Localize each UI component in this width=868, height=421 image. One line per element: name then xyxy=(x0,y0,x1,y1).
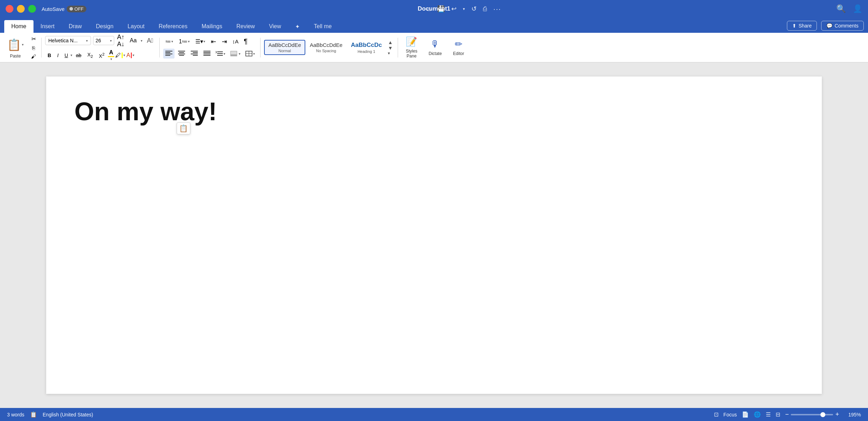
decrease-indent-button[interactable]: ⇤ xyxy=(209,37,218,47)
titlebar-right: 🔍 👤 xyxy=(836,4,862,13)
case-dropdown-arrow: ▾ xyxy=(141,39,142,43)
zoom-level[interactable]: 195% xyxy=(844,412,861,417)
clear-formatting-button[interactable]: A⃝ xyxy=(145,36,156,45)
dictate-label: Dictate xyxy=(429,51,442,56)
sort-button[interactable]: ↕A xyxy=(231,37,240,45)
superscript-button[interactable]: X2 xyxy=(97,51,107,60)
case-group: Aa ▾ xyxy=(127,36,142,45)
editor-button[interactable]: ✏ Editor xyxy=(449,37,468,57)
undo-dropdown-icon[interactable]: ▾ xyxy=(463,7,465,11)
svg-rect-21 xyxy=(231,55,237,56)
paragraph-group: ≔ ▾ 1≔ ▾ ☰▾ ▾ ⇤ ⇥ ↕A ¶ xyxy=(163,36,257,59)
more-icon[interactable]: ··· xyxy=(493,5,501,13)
style-no-spacing[interactable]: AaBbCcDdEe No Spacing xyxy=(306,40,347,55)
font-name-selector[interactable]: Helvetica N... ▾ xyxy=(45,36,91,45)
tab-review[interactable]: Review xyxy=(229,20,262,33)
font-decrease-button[interactable]: A↓ xyxy=(116,41,125,47)
tab-tell-me[interactable]: Tell me xyxy=(307,20,339,33)
tab-lightbulb[interactable]: ✦ xyxy=(288,20,307,33)
status-bar-left: 3 words 📋 English (United States) xyxy=(7,411,93,418)
focus-icon[interactable]: ⊡ xyxy=(714,411,719,418)
document-page[interactable]: On my way! 📋 xyxy=(46,77,822,394)
tab-insert[interactable]: Insert xyxy=(33,20,62,33)
divider-3 xyxy=(260,38,261,57)
line-spacing-button[interactable]: ▾ xyxy=(214,50,227,57)
increase-indent-button[interactable]: ⇥ xyxy=(220,37,229,47)
word-count[interactable]: 3 words xyxy=(7,412,24,417)
zoom-thumb[interactable] xyxy=(820,412,825,417)
accessibility-icon[interactable]: 📋 xyxy=(30,411,37,418)
align-center-button[interactable] xyxy=(176,49,187,59)
style-heading1[interactable]: AaBbCcDc Heading 1 xyxy=(347,40,386,55)
styles-gallery: AaBbCcDdEe Normal AaBbCcDdEe No Spacing … xyxy=(264,38,394,57)
redo-icon[interactable]: ↺ xyxy=(471,5,477,13)
tab-design[interactable]: Design xyxy=(89,20,121,33)
close-button[interactable] xyxy=(6,5,13,13)
align-right-button[interactable] xyxy=(189,49,200,59)
borders-button[interactable]: ▾ xyxy=(244,50,257,57)
highlight-button[interactable]: 🖊 ▾ xyxy=(115,52,125,59)
zoom-track[interactable] xyxy=(791,414,833,415)
tab-mailings[interactable]: Mailings xyxy=(195,20,230,33)
print-icon[interactable]: ⎙ xyxy=(483,5,487,13)
status-bar: 3 words 📋 English (United States) ⊡ Focu… xyxy=(0,408,868,421)
minimize-button[interactable] xyxy=(17,5,25,13)
font-size-selector[interactable]: 26 ▾ xyxy=(93,36,114,45)
styles-pane-label: StylesPane xyxy=(406,49,417,59)
italic-button[interactable]: I xyxy=(55,51,61,59)
paste-button[interactable]: 📋 ▾ xyxy=(6,37,25,53)
numbering-button[interactable]: 1≔ ▾ xyxy=(177,37,192,46)
fontsize-dropdown-arrow: ▾ xyxy=(110,39,112,43)
text-color-button[interactable]: A ▾ xyxy=(126,52,134,59)
bold-button[interactable]: B xyxy=(45,51,54,59)
zoom-minus-button[interactable]: − xyxy=(785,411,789,418)
editor-icon: ✏ xyxy=(455,39,463,50)
copy-icon[interactable]: ⎘ xyxy=(31,44,36,51)
underline-dropdown[interactable]: ▾ xyxy=(71,53,72,57)
cut-icon[interactable]: ✂ xyxy=(30,35,37,43)
zoom-plus-button[interactable]: + xyxy=(835,411,839,418)
bullets-button[interactable]: ≔ ▾ xyxy=(163,37,175,46)
multilevel-list-button[interactable]: ☰▾ ▾ xyxy=(193,37,207,46)
language[interactable]: English (United States) xyxy=(43,412,93,417)
outline-view-icon[interactable]: ⊟ xyxy=(776,411,780,418)
no-spacing-preview: AaBbCcDdEe xyxy=(310,42,343,48)
format-painter-icon[interactable]: 🖌 xyxy=(30,53,37,60)
maximize-button[interactable] xyxy=(28,5,36,13)
tab-layout[interactable]: Layout xyxy=(121,20,152,33)
subscript-button[interactable]: X2 xyxy=(85,51,96,60)
focus-label[interactable]: Focus xyxy=(723,412,737,417)
strikethrough-button[interactable]: ab xyxy=(73,51,84,59)
tab-draw[interactable]: Draw xyxy=(62,20,89,33)
ribbon-right-actions: ⬆ Share 💬 Comments xyxy=(787,21,864,33)
dictate-button[interactable]: 🎙 Dictate xyxy=(424,37,446,57)
styles-more-button[interactable]: ▲ ▼ ▾ xyxy=(386,38,394,57)
paragraph-marks-button[interactable]: ¶ xyxy=(242,36,250,47)
underline-button[interactable]: U xyxy=(62,51,71,59)
account-icon[interactable]: 👤 xyxy=(853,4,862,13)
style-normal[interactable]: AaBbCcDdEe Normal xyxy=(264,40,305,55)
paste-tooltip[interactable]: 📋 xyxy=(177,122,190,134)
search-icon[interactable]: 🔍 xyxy=(836,4,846,13)
change-case-button[interactable]: Aa xyxy=(127,36,139,45)
document-view-icon[interactable]: 📄 xyxy=(742,411,749,418)
web-view-icon[interactable]: 🌐 xyxy=(754,411,761,418)
font-color-button[interactable]: A ▾ xyxy=(108,49,114,61)
shading-button[interactable]: ▾ xyxy=(228,50,242,57)
no-spacing-label: No Spacing xyxy=(316,49,336,53)
font-increase-button[interactable]: A↑ xyxy=(116,34,125,40)
tab-references[interactable]: References xyxy=(152,20,195,33)
justify-button[interactable] xyxy=(201,49,213,59)
status-bar-right: ⊡ Focus 📄 🌐 ☰ ⊟ − + 195% xyxy=(714,411,861,418)
tab-view[interactable]: View xyxy=(262,20,288,33)
undo-icon[interactable]: ↩ xyxy=(451,5,457,13)
list-view-icon[interactable]: ☰ xyxy=(766,411,771,418)
styles-pane-button[interactable]: 📝 StylesPane xyxy=(402,35,422,60)
comments-button[interactable]: 💬 Comments xyxy=(821,21,864,31)
tab-home[interactable]: Home xyxy=(4,20,33,33)
document-content[interactable]: On my way! xyxy=(74,98,794,126)
align-left-button[interactable] xyxy=(163,49,175,59)
autosave-toggle[interactable]: OFF xyxy=(67,6,86,12)
share-button[interactable]: ⬆ Share xyxy=(787,21,817,31)
heading1-preview: AaBbCcDc xyxy=(351,42,382,49)
